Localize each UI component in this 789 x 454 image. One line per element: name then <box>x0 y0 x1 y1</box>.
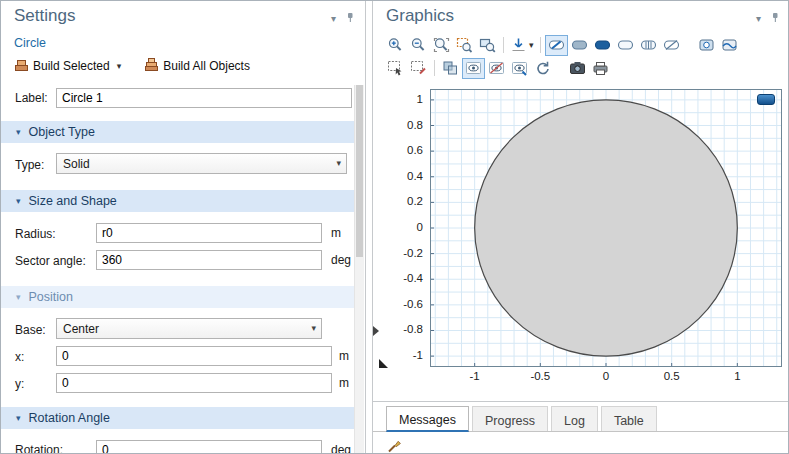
settings-scrollbar[interactable] <box>354 85 364 454</box>
x-tick-label: -1 <box>470 370 480 382</box>
toolbar-separator <box>434 60 435 76</box>
axis-marker-icon <box>379 359 388 368</box>
go-to-default-view-button[interactable]: ▾ <box>508 35 536 56</box>
zoom-in-button[interactable] <box>384 35 407 56</box>
tab-log[interactable]: Log <box>551 406 598 431</box>
comsol-window: Settings ▾ Circle Build Selected ▾ Build… <box>0 0 789 454</box>
rotate-scene-button[interactable] <box>531 58 554 79</box>
node-breadcrumb: Circle <box>14 36 46 50</box>
print-button[interactable] <box>589 58 612 79</box>
splitter-collapse-icon[interactable] <box>373 326 379 336</box>
view-indicator-icon <box>757 94 775 105</box>
radius-label: Radius: <box>15 227 56 241</box>
bottom-tab-strip: MessagesProgressLogTable <box>373 406 789 432</box>
zoom-box-button[interactable] <box>476 35 499 56</box>
tab-progress[interactable]: Progress <box>472 406 548 431</box>
y-axis-labels: 10.80.60.40.20-0.2-0.4-0.6-0.8-1 <box>381 89 423 367</box>
label-field-label: Label: <box>15 91 48 105</box>
settings-header-icons: ▾ <box>331 12 356 26</box>
collapse-triangle-icon: ▾ <box>16 127 21 137</box>
type-label: Type: <box>15 158 44 172</box>
label-input[interactable] <box>56 88 352 108</box>
chevron-down-icon[interactable]: ▾ <box>756 14 761 24</box>
type-select-value: Solid <box>63 157 90 171</box>
y-tick-label: 0 <box>381 221 423 233</box>
section-object-type-title: Object Type <box>29 125 95 139</box>
tab-table[interactable]: Table <box>601 406 657 431</box>
x-tick-label: 1 <box>734 370 740 382</box>
show-material-color-button[interactable] <box>545 35 568 56</box>
collapse-triangle-icon: ▾ <box>16 196 21 206</box>
transparency-button[interactable] <box>439 58 462 79</box>
zoom-to-selection-button[interactable] <box>453 35 476 56</box>
view-hidden-button[interactable] <box>485 58 508 79</box>
show-domains-button[interactable] <box>568 35 591 56</box>
section-position[interactable]: ▾ Position <box>1 286 354 308</box>
chevron-down-icon: ▾ <box>117 61 122 71</box>
base-select[interactable]: Center ▾ <box>56 318 322 339</box>
sector-angle-input[interactable] <box>96 250 322 270</box>
show-selection-button[interactable] <box>591 35 614 56</box>
chevron-down-icon[interactable]: ▾ <box>331 14 336 24</box>
y-tick-label: 0.6 <box>381 144 423 156</box>
deselect-box-button[interactable] <box>407 58 430 79</box>
settings-panel: Settings ▾ Circle Build Selected ▾ Build… <box>1 1 366 454</box>
zoom-out-button[interactable] <box>407 35 430 56</box>
rotation-label: Rotation: <box>15 443 63 454</box>
y-tick-label: -0.8 <box>381 323 423 335</box>
section-size-and-shape-title: Size and Shape <box>29 194 117 208</box>
type-select[interactable]: Solid ▾ <box>56 153 347 174</box>
view-unhidden-button[interactable] <box>462 58 485 79</box>
collapse-triangle-icon: ▾ <box>16 292 21 302</box>
graphics-header-icons: ▾ <box>756 12 781 26</box>
show-boundaries-button[interactable] <box>614 35 637 56</box>
zoom-extents-button[interactable] <box>430 35 453 56</box>
radius-input[interactable] <box>96 223 322 243</box>
select-box-button[interactable] <box>384 58 407 79</box>
graphics-toolbar-row1: ▾ <box>384 34 741 56</box>
x-unit: m <box>339 349 349 363</box>
build-selected-icon <box>15 58 28 74</box>
y-unit: m <box>339 376 349 390</box>
sector-angle-label: Sector angle: <box>15 254 86 268</box>
scrollbar-thumb[interactable] <box>356 85 363 257</box>
section-object-type[interactable]: ▾ Object Type <box>1 121 354 143</box>
show-edges-button[interactable] <box>637 35 660 56</box>
y-tick-label: -0.2 <box>381 247 423 259</box>
y-input[interactable] <box>56 373 332 393</box>
plot-canvas[interactable] <box>430 89 782 367</box>
brush-icon <box>387 441 402 454</box>
wireframe-rendering-button[interactable] <box>660 35 683 56</box>
environment-reflections-button[interactable] <box>718 35 741 56</box>
y-tick-label: 0.2 <box>381 195 423 207</box>
y-label: y: <box>15 377 24 391</box>
radius-unit: m <box>331 226 341 240</box>
section-size-and-shape[interactable]: ▾ Size and Shape <box>1 190 354 212</box>
information-panel: MessagesProgressLogTable <box>372 401 789 454</box>
x-tick-label: -0.5 <box>530 370 550 382</box>
x-axis-labels: -1-0.500.51 <box>430 370 782 386</box>
build-toolbar: Build Selected ▾ Build All Objects <box>12 56 253 76</box>
pin-icon[interactable] <box>345 12 356 26</box>
show-all-button[interactable] <box>508 58 531 79</box>
build-all-objects-button[interactable]: Build All Objects <box>142 56 253 76</box>
rotation-input[interactable] <box>96 440 322 454</box>
pin-icon[interactable] <box>770 12 781 26</box>
build-selected-label: Build Selected <box>33 59 110 73</box>
settings-title: Settings <box>14 6 75 26</box>
plot-area[interactable] <box>430 89 782 367</box>
image-snapshot-button[interactable] <box>566 58 589 79</box>
build-selected-button[interactable]: Build Selected ▾ <box>12 56 124 76</box>
clear-messages-button[interactable] <box>387 438 402 454</box>
collapse-triangle-icon: ▾ <box>16 413 21 423</box>
graphics-panel: Graphics ▾ ▾ 10.80.60.40.20-0.2-0.4-0.6-… <box>372 1 789 401</box>
scene-light-button[interactable] <box>695 35 718 56</box>
rotation-unit: deg <box>331 443 351 454</box>
x-input[interactable] <box>56 346 332 366</box>
y-tick-label: 0.8 <box>381 119 423 131</box>
x-tick-label: 0.5 <box>664 370 680 382</box>
section-rotation-angle[interactable]: ▾ Rotation Angle <box>1 407 354 429</box>
tab-messages[interactable]: Messages <box>386 406 469 432</box>
toolbar-separator <box>540 37 541 53</box>
base-label: Base: <box>15 323 46 337</box>
